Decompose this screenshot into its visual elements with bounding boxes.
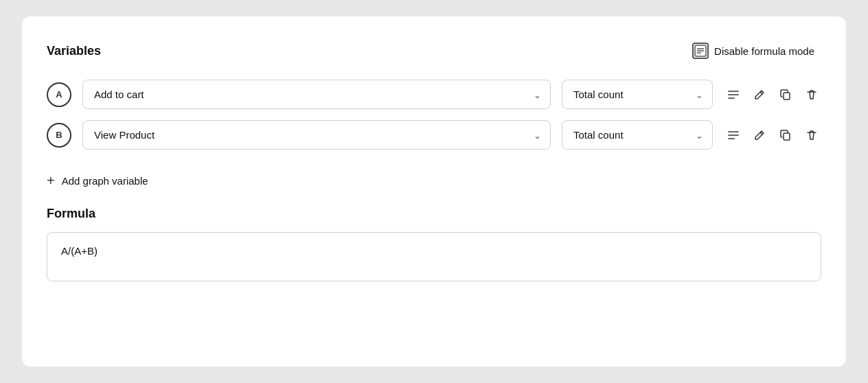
- filter-button-a[interactable]: [724, 85, 743, 104]
- variable-badge-a: A: [47, 82, 71, 107]
- plus-icon: +: [47, 173, 55, 189]
- disable-formula-button[interactable]: Disable formula mode: [685, 38, 821, 63]
- variables-title: Variables: [47, 44, 101, 58]
- variables-list: A Add to cart View Product Purchase ⌄ To…: [47, 80, 821, 150]
- variable-row-a: A Add to cart View Product Purchase ⌄ To…: [47, 80, 821, 109]
- metric-select-b[interactable]: Total count Unique users Average: [562, 120, 713, 150]
- edit-button-b[interactable]: [750, 126, 769, 145]
- metric-select-a[interactable]: Total count Unique users Average: [562, 80, 713, 109]
- formula-input[interactable]: A/(A+B): [47, 232, 821, 281]
- delete-button-a[interactable]: [802, 85, 821, 104]
- formula-section: Formula A/(A+B): [47, 207, 821, 284]
- event-select-wrapper-b: View Product Add to cart Purchase ⌄: [82, 120, 551, 150]
- row-actions-a: [724, 85, 821, 104]
- filter-button-b[interactable]: [724, 126, 743, 145]
- variable-row-b: B View Product Add to cart Purchase ⌄ To…: [47, 120, 821, 150]
- svg-rect-7: [784, 93, 790, 100]
- main-card: Variables Disable formula mode A Add to …: [22, 16, 846, 367]
- copy-button-a[interactable]: [776, 85, 795, 104]
- event-select-b[interactable]: View Product Add to cart Purchase: [82, 120, 551, 150]
- disable-formula-label: Disable formula mode: [714, 45, 814, 57]
- formula-title: Formula: [47, 207, 821, 221]
- event-select-wrapper-a: Add to cart View Product Purchase ⌄: [82, 80, 551, 109]
- metric-select-wrapper-a: Total count Unique users Average ⌄: [562, 80, 713, 109]
- edit-button-a[interactable]: [750, 85, 769, 104]
- formula-mode-icon: [692, 43, 709, 59]
- header: Variables Disable formula mode: [47, 38, 821, 63]
- variable-badge-b: B: [47, 123, 71, 148]
- row-actions-b: [724, 126, 821, 145]
- event-select-a[interactable]: Add to cart View Product Purchase: [82, 80, 551, 109]
- svg-rect-11: [784, 133, 790, 140]
- copy-button-b[interactable]: [776, 126, 795, 145]
- delete-button-b[interactable]: [802, 126, 821, 145]
- metric-select-wrapper-b: Total count Unique users Average ⌄: [562, 120, 713, 150]
- add-variable-label: Add graph variable: [62, 175, 148, 187]
- add-variable-button[interactable]: + Add graph variable: [47, 169, 148, 193]
